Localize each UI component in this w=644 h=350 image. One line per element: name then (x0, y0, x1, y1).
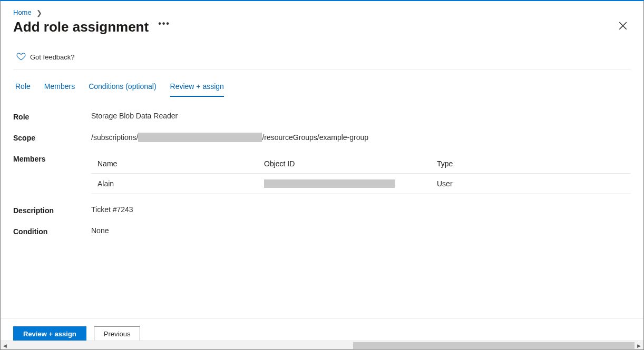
page-header: Add role assignment ••• (13, 18, 631, 36)
summary-description-row: Description Ticket #7243 (13, 205, 631, 215)
member-objectid-redacted (264, 179, 395, 188)
tab-conditions[interactable]: Conditions (optional) (89, 80, 156, 97)
description-label: Description (13, 205, 91, 215)
tab-role[interactable]: Role (15, 80, 31, 97)
members-table-header: Name Object ID Type (91, 154, 631, 174)
scope-suffix: /resourceGroups/example-group (262, 133, 368, 142)
review-summary: Role Storage Blob Data Reader Scope /sub… (13, 112, 631, 236)
condition-label: Condition (13, 226, 91, 236)
scrollbar-track[interactable] (9, 341, 635, 350)
chevron-right-icon: ❯ (33, 9, 43, 17)
condition-value: None (91, 226, 631, 235)
scope-label: Scope (13, 133, 91, 142)
page-title: Add role assignment ••• (13, 19, 170, 35)
breadcrumb-home-link[interactable]: Home (13, 8, 32, 16)
member-objectid (264, 179, 437, 188)
members-header-type: Type (437, 159, 631, 168)
page-title-text: Add role assignment (13, 19, 149, 35)
members-label: Members (13, 154, 91, 163)
scope-prefix: /subscriptions/ (91, 133, 138, 142)
wizard-tabs: Role Members Conditions (optional) Revie… (13, 69, 631, 97)
role-value: Storage Blob Data Reader (91, 112, 631, 120)
summary-scope-row: Scope /subscriptions/ /resourceGroups/ex… (13, 133, 631, 142)
horizontal-scrollbar[interactable]: ◀ ▶ (1, 341, 643, 349)
role-label: Role (13, 112, 91, 121)
scroll-left-arrow-icon[interactable]: ◀ (1, 341, 9, 350)
summary-condition-row: Condition None (13, 226, 631, 236)
feedback-label: Got feedback? (30, 53, 75, 61)
heart-icon (16, 52, 26, 63)
panel-content: Home ❯ Add role assignment ••• Got feedb… (1, 1, 643, 318)
feedback-bar[interactable]: Got feedback? (13, 48, 631, 69)
close-button[interactable] (615, 18, 631, 36)
members-header-objectid: Object ID (264, 159, 437, 168)
tab-members[interactable]: Members (44, 80, 75, 97)
add-role-assignment-panel: Home ❯ Add role assignment ••• Got feedb… (0, 0, 644, 350)
members-header-name: Name (91, 159, 264, 168)
summary-members-row: Members Name Object ID Type Alain User (13, 154, 631, 194)
more-actions-button[interactable]: ••• (158, 19, 170, 28)
scroll-right-arrow-icon[interactable]: ▶ (635, 341, 643, 350)
member-name: Alain (91, 179, 264, 188)
description-value: Ticket #7243 (91, 205, 631, 214)
members-table: Name Object ID Type Alain User (91, 154, 631, 194)
scope-subscription-id-redacted (138, 133, 262, 142)
tab-review-assign[interactable]: Review + assign (170, 80, 224, 97)
member-type: User (437, 179, 631, 188)
scrollbar-thumb[interactable] (353, 342, 635, 349)
previous-button[interactable]: Previous (94, 326, 141, 342)
summary-role-row: Role Storage Blob Data Reader (13, 112, 631, 121)
table-row: Alain User (91, 174, 631, 194)
scope-value: /subscriptions/ /resourceGroups/example-… (91, 133, 631, 142)
close-icon (618, 21, 628, 31)
review-assign-button[interactable]: Review + assign (13, 326, 86, 342)
breadcrumb: Home ❯ (13, 1, 631, 17)
